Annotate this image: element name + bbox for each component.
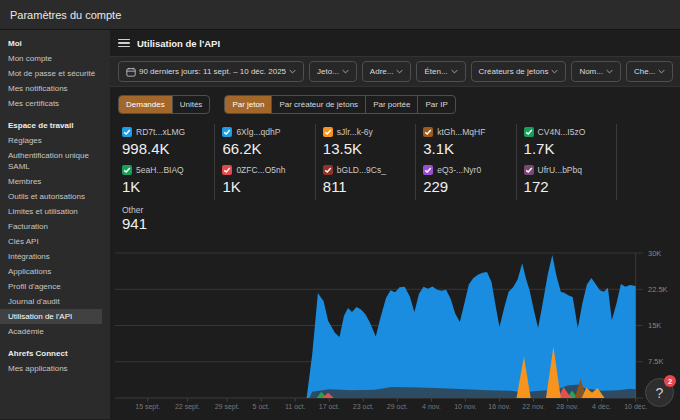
x-axis-label: 11 oct. [285, 403, 306, 410]
token-stat-cell: RD7t...xLMG998.4K [115, 124, 215, 162]
checkbox-checked-icon[interactable] [122, 165, 132, 175]
checkbox-checked-icon[interactable] [323, 165, 333, 175]
token-stat-cell: 0ZFC...O5nh1K [215, 162, 315, 200]
token-stat-cell: 6Xlg...qdhP66.2K [215, 124, 315, 162]
checkbox-checked-icon[interactable] [423, 127, 433, 137]
token-label: 0ZFC...O5nh [236, 165, 285, 175]
tab-par-ip[interactable]: Par IP [417, 96, 454, 113]
tab-unit-s[interactable]: Unités [172, 96, 210, 113]
check-icon [223, 166, 231, 174]
filter-button[interactable]: Nom... [571, 61, 621, 82]
checkbox-checked-icon[interactable] [222, 127, 232, 137]
y-axis-label: 15K [648, 321, 661, 330]
sidebar-item[interactable]: Membres [0, 174, 110, 189]
token-head: sJlr...k-6y [323, 127, 409, 137]
token-value: 3.1K [423, 140, 509, 157]
token-head: 0ZFC...O5nh [222, 165, 308, 175]
menu-icon[interactable] [118, 39, 130, 48]
filter-toolbar: 90 derniers jours: 11 sept. – 10 déc. 20… [110, 56, 680, 87]
series-RD7t...xLMG [125, 255, 636, 398]
x-axis-label: 22 sept. [175, 403, 200, 411]
sidebar-item[interactable]: Intégrations [0, 249, 110, 264]
sidebar-item[interactable]: Limites et utilisation [0, 204, 110, 219]
metric-tabs: DemandesUnités [118, 95, 210, 114]
filter-label: Adre... [370, 67, 394, 76]
tab-par-jeton[interactable]: Par jeton [225, 96, 271, 113]
sidebar-item[interactable]: Outils et autorisations [0, 189, 110, 204]
tab-demandes[interactable]: Demandes [119, 96, 172, 113]
token-stat-cell: 5eaH...BIAQ1K [115, 162, 215, 200]
sidebar-item[interactable]: Applications [0, 264, 110, 279]
filter-button[interactable]: Che... [626, 61, 673, 82]
chevron-down-icon [551, 69, 558, 74]
sidebar-item[interactable]: Mes certificats [0, 96, 110, 111]
x-axis-label: 17 oct. [319, 403, 340, 410]
sidebar-item[interactable]: Clés API [0, 234, 110, 249]
token-label: bGLD...9Cs_ [337, 165, 386, 175]
sidebar-item[interactable]: Utilisation de l'API [0, 309, 102, 324]
sidebar-item[interactable]: Mes notifications [0, 81, 110, 96]
token-head: 6Xlg...qdhP [222, 127, 308, 137]
sidebar-item[interactable]: Réglages [0, 133, 110, 148]
token-label: eQ3-...Nyr0 [437, 165, 481, 175]
sidebar-item[interactable]: Authentification unique SAML [0, 148, 110, 174]
x-axis-label: 4 déc. [592, 403, 611, 410]
sidebar-item[interactable]: Académie [0, 324, 110, 339]
main-title: Utilisation de l'API [137, 38, 220, 49]
groupby-tabs: Par jetonPar créateur de jetonsPar porté… [224, 95, 455, 114]
sidebar-item[interactable]: Facturation [0, 219, 110, 234]
chevron-down-icon [396, 69, 403, 74]
y-axis-label: 7.5K [648, 357, 663, 366]
date-range-filter[interactable]: 90 derniers jours: 11 sept. – 10 déc. 20… [118, 61, 304, 82]
x-axis-label: 10 déc. [624, 403, 647, 410]
x-axis-label: 4 nov. [422, 403, 441, 410]
sidebar-section-header: Ahrefs Connect [0, 346, 110, 361]
token-label: RD7t...xLMG [136, 127, 185, 137]
token-stat-cell: ktGh...MqHF3.1K [416, 124, 516, 162]
check-icon [324, 128, 332, 136]
x-axis-label: 22 nov. [522, 403, 544, 410]
token-head: RD7t...xLMG [122, 127, 208, 137]
usage-chart: 30K22.5K15K7.5K15 sept.22 sept.29 sept.5… [110, 242, 680, 419]
chevron-down-icon [658, 69, 665, 74]
x-axis-label: 23 oct. [353, 403, 374, 410]
topbar: Paramètres du compte [0, 0, 680, 30]
filter-label: Éten... [424, 67, 447, 76]
token-label: 6Xlg...qdhP [236, 127, 280, 137]
checkbox-checked-icon[interactable] [524, 127, 534, 137]
x-axis-label: 29 sept. [215, 403, 240, 411]
sidebar-item[interactable]: Mot de passe et sécurité [0, 66, 110, 81]
checkbox-checked-icon[interactable] [122, 127, 132, 137]
chevron-down-icon [289, 69, 296, 74]
checkbox-checked-icon[interactable] [323, 127, 333, 137]
y-axis-label: 22.5K [648, 285, 668, 294]
check-icon [123, 128, 131, 136]
checkbox-checked-icon[interactable] [524, 165, 534, 175]
filter-button[interactable]: Éten... [416, 61, 465, 82]
check-icon [525, 166, 533, 174]
check-icon [123, 166, 131, 174]
help-button[interactable]: ? 2 [645, 378, 674, 407]
token-value: 172 [524, 178, 610, 195]
tab-par-cr-ateur-de-jetons[interactable]: Par créateur de jetons [271, 96, 365, 113]
sidebar-item[interactable]: Profil d'agence [0, 279, 110, 294]
filter-button[interactable]: Adre... [362, 61, 412, 82]
sidebar-section-header: Moi [0, 36, 110, 51]
filter-button[interactable]: Créateurs de jetons [471, 61, 567, 82]
checkbox-checked-icon[interactable] [222, 165, 232, 175]
token-label: 5eaH...BIAQ [136, 165, 184, 175]
filter-label: Che... [634, 67, 655, 76]
sidebar-item[interactable]: Mes applications [0, 361, 110, 376]
filter-button[interactable]: Jeto... [309, 61, 357, 82]
other-stat: Other 941 [122, 205, 680, 232]
sidebar-item[interactable]: Journal d'audit [0, 294, 110, 309]
token-stat-cell: bGLD...9Cs_811 [316, 162, 416, 200]
chevron-down-icon [342, 69, 349, 74]
token-head: ktGh...MqHF [423, 127, 509, 137]
sidebar-item[interactable]: Mon compte [0, 51, 110, 66]
tab-par-port-e[interactable]: Par portée [365, 96, 417, 113]
x-axis-label: 15 sept. [135, 403, 160, 411]
check-icon [424, 128, 432, 136]
x-axis-label: 5 oct. [253, 403, 270, 410]
checkbox-checked-icon[interactable] [423, 165, 433, 175]
